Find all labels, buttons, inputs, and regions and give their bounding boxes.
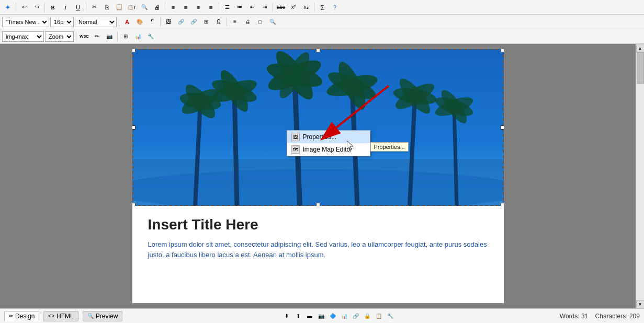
indent-button[interactable]: ⇥ [259,2,270,13]
insert-link-button[interactable]: 🔗 [175,16,187,28]
paste-button[interactable]: 📋 [114,2,125,13]
strikethrough-button[interactable]: abc [275,2,287,13]
design-tab-label: Design [15,313,35,320]
align-justify-button[interactable]: ≡ [205,2,217,13]
source-button[interactable]: ≡ [229,16,241,28]
separator [227,17,227,27]
preview-icon: 🔍 [87,313,94,319]
underline-button[interactable]: U [72,2,84,13]
scroll-down-button[interactable]: ▼ [636,300,645,308]
words-count: Words: 31 [560,313,588,320]
properties-label: Properties... [303,133,337,141]
status-right: Words: 31 Characters: 209 [560,313,640,320]
editor-container: 🖼 Properties... 🗺 Image Map Editor Prope… [0,44,644,308]
font-color-button[interactable]: A [121,16,133,28]
separator [86,3,86,12]
align-left-button[interactable]: ≡ [167,2,179,13]
scrollbar: ▲ ▼ [636,44,644,308]
app-logo-icon: ✦ [2,2,14,13]
status-bar: ✏ Design <> HTML 🔍 Preview ⬇ ⬆ ▬ 📷 🔷 📊 🔗… [0,308,644,323]
subscript-button[interactable]: x₂ [300,2,312,13]
outdent-button[interactable]: ⇤ [246,2,258,13]
image-block[interactable]: 🖼 Properties... 🗺 Image Map Editor Prope… [132,49,504,206]
context-menu-properties[interactable]: 🖼 Properties... [287,131,370,143]
copy-button[interactable]: ⎘ [101,2,112,13]
status-icon-2[interactable]: ⬆ [293,312,303,321]
undo-button[interactable]: ↩ [18,2,30,13]
status-icon-6[interactable]: 📊 [340,312,349,321]
special-symbol-button[interactable]: Ω [213,16,224,28]
cut-button[interactable]: ✂ [88,2,100,13]
status-icon-1[interactable]: ⬇ [282,312,291,321]
fullscreen-button[interactable]: 🔍 [267,16,278,28]
image-properties-icon: 🖼 [291,133,300,141]
tab-preview[interactable]: 🔍 Preview [83,311,123,321]
zoom-select[interactable]: Zoom [45,31,74,42]
tab-html[interactable]: <> HTML [43,311,78,321]
toolbar-row-1: ✦ ↩ ↪ B I U ✂ ⎘ 📋 📋T 🔍 🖨 ≡ ≡ ≡ ≡ ☰ ≔ ⇤ ⇥… [0,0,644,15]
status-icon-4[interactable]: 📷 [317,312,326,321]
chart-button[interactable]: 📊 [132,31,144,42]
zoom-button[interactable]: □ [254,16,266,28]
pencil-icon: ✏ [9,313,13,319]
content-body: Lorem ipsum dolor sit amet, consectetur … [148,239,488,260]
italic-button[interactable]: I [60,2,71,13]
grid-button[interactable]: ⊞ [120,31,131,42]
find-button[interactable]: 🔍 [139,2,150,13]
font-size-select[interactable]: 16px [50,17,74,27]
separator [16,3,16,12]
scrollbar-thumb[interactable] [637,52,644,84]
edit-button[interactable]: ✏ [91,31,103,42]
image-placeholder: 🖼 Properties... 🗺 Image Map Editor Prope… [132,49,504,206]
chars-count: Characters: 209 [595,313,640,320]
unordered-list-button[interactable]: ☰ [221,2,233,13]
settings-button[interactable]: 🔧 [145,31,156,42]
image-style-select[interactable]: img-max [2,31,44,42]
w3c-validate-button[interactable]: W3C [78,31,90,42]
status-icon-8[interactable]: 🔒 [363,312,372,321]
image-edit-button[interactable]: 📷 [104,31,115,42]
status-icon-7[interactable]: 🔗 [351,312,360,321]
align-right-button[interactable]: ≡ [193,2,204,13]
svg-line-24 [454,107,457,206]
special-chars-button[interactable]: ∑ [317,2,328,13]
insert-link2-button[interactable]: 🔗 [188,16,199,28]
insert-image-button[interactable]: 🖼 [163,16,174,28]
status-icon-9[interactable]: 📋 [374,312,383,321]
status-center-icons: ⬇ ⬆ ▬ 📷 🔷 📊 🔗 🔒 📋 🔧 [282,312,395,321]
superscript-button[interactable]: x² [288,2,299,13]
scrollbar-track[interactable] [637,52,644,300]
svg-point-2 [132,169,504,206]
separator [314,3,314,12]
scroll-up-button[interactable]: ▲ [636,44,645,52]
align-center-button[interactable]: ≡ [180,2,191,13]
tooltip-bubble: Properties... [370,142,409,152]
html-tab-label: HTML [57,313,74,320]
status-icon-10[interactable]: 🔧 [386,312,395,321]
paragraph-button[interactable]: ¶ [146,16,158,28]
help-button[interactable]: ? [329,2,341,13]
status-icon-5[interactable]: 🔷 [328,312,337,321]
insert-table-button[interactable]: ⊞ [200,16,212,28]
toolbar-row-3: img-max Zoom W3C ✏ 📷 ⊞ 📊 🔧 [0,29,644,44]
status-icon-3[interactable]: ▬ [305,312,314,321]
print-button[interactable]: 🖨 [151,2,163,13]
paste-text-button[interactable]: 📋T [126,2,138,13]
bold-button[interactable]: B [47,2,59,13]
image-scene-svg [132,49,504,206]
font-style-select[interactable]: Normal [75,17,117,27]
context-menu-image-map[interactable]: 🗺 Image Map Editor [287,143,370,156]
content-title: Insert Title Here [148,216,488,233]
highlight-button[interactable]: 🎨 [134,16,145,28]
editor-content[interactable]: 🖼 Properties... 🗺 Image Map Editor Prope… [132,49,504,303]
ordered-list-button[interactable]: ≔ [234,2,245,13]
redo-button[interactable]: ↪ [31,2,42,13]
context-menu: 🖼 Properties... 🗺 Image Map Editor [287,130,370,156]
separator [273,3,273,12]
preview-tab-label: Preview [96,313,118,320]
print2-button[interactable]: 🖨 [242,16,253,28]
separator [160,17,161,27]
tooltip-text: Properties... [374,144,405,150]
font-name-select[interactable]: "Times New ..." [2,17,49,27]
tab-design[interactable]: ✏ Design [4,311,39,321]
